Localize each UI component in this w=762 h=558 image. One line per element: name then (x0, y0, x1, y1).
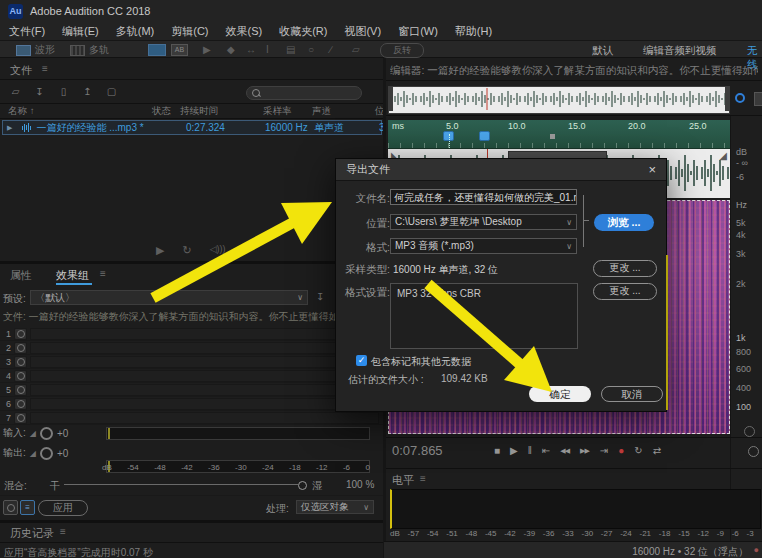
skip-selection-button[interactable]: ⇄ (653, 445, 660, 456)
power-icon[interactable] (14, 384, 27, 396)
preset-dropdown[interactable]: 〈默认〉 ∨ (30, 290, 308, 305)
rewind-button[interactable]: ◀◀ (560, 447, 569, 455)
play-button[interactable]: ▶ (510, 445, 517, 456)
playhead-handle[interactable] (479, 131, 490, 141)
input-gain-knob[interactable] (40, 427, 53, 440)
tab-properties[interactable]: 属性 (10, 268, 32, 283)
effects-panel-menu-icon[interactable]: ≡ (100, 268, 106, 279)
menu-effects[interactable]: 效果(S) (226, 24, 263, 39)
mix-slider-track[interactable] (64, 484, 298, 485)
reverse-button[interactable]: 反转 (380, 43, 424, 58)
power-icon[interactable] (14, 412, 27, 424)
power-icon[interactable] (14, 398, 27, 410)
ok-button[interactable]: 确定 (529, 386, 591, 402)
column-duration[interactable]: 持续时间 (180, 105, 218, 118)
history-panel-menu-icon[interactable]: ≡ (60, 526, 66, 537)
mix-slider-thumb[interactable] (298, 481, 307, 490)
zoom-transport-icon[interactable] (748, 446, 759, 457)
menu-view[interactable]: 视图(V) (344, 24, 381, 39)
spectral-zoom-icon[interactable] (744, 426, 755, 437)
include-metadata-checkbox[interactable]: ✓ (356, 355, 367, 366)
column-status[interactable]: 状态 (152, 105, 171, 118)
open-folder-icon[interactable]: ▱ (8, 85, 23, 98)
effect-slot[interactable]: 2 (0, 341, 383, 355)
menu-help[interactable]: 帮助(H) (455, 24, 492, 39)
preview-play-icon[interactable]: ▶ (156, 244, 164, 257)
fast-forward-button[interactable]: ▶▶ (580, 447, 589, 455)
lasso-selection-tool-icon[interactable]: ○ (308, 44, 314, 55)
skip-forward-button[interactable]: ⇥ (600, 445, 607, 456)
waveform-display-icon[interactable] (148, 44, 166, 56)
paintbrush-selection-tool-icon[interactable]: ∕ (330, 44, 332, 55)
change-sample-type-button[interactable]: 更改 ... (593, 260, 657, 277)
workspace-edit-audio-to-video[interactable]: 编辑音频到视频 (643, 44, 717, 58)
power-icon[interactable] (14, 356, 27, 368)
browse-button[interactable]: 浏览 ... (594, 214, 654, 231)
timeline-ruler[interactable]: ms 5.0 10.0 15.0 20.0 25.0 (388, 120, 730, 149)
power-icon[interactable] (14, 342, 27, 354)
spectral-display-icon[interactable]: AB (171, 44, 188, 56)
row-expander-icon[interactable]: ▶ (7, 124, 12, 132)
preview-loop-icon[interactable]: ↻ (182, 244, 191, 257)
time-selection-tool-icon[interactable]: I (266, 44, 269, 55)
effect-slot[interactable]: 5 (0, 383, 383, 397)
marquee-selection-tool-icon[interactable]: ▤ (286, 44, 295, 55)
effect-slot[interactable]: 7 (0, 411, 383, 425)
slip-tool-icon[interactable]: ↔ (246, 44, 256, 55)
process-dropdown[interactable]: 仅选区对象 ∨ (296, 500, 374, 514)
tab-effects-rack[interactable]: 效果组 (56, 268, 89, 283)
menu-window[interactable]: 窗口(W) (398, 24, 438, 39)
effect-slot[interactable]: 1 (0, 327, 383, 341)
skip-back-button[interactable]: ⇤ (542, 445, 549, 456)
levels-panel-menu-icon[interactable]: ≡ (420, 473, 426, 484)
apply-button[interactable]: 应用 (38, 500, 88, 516)
change-format-settings-button[interactable]: 更改 ... (593, 283, 657, 300)
loop-playback-button[interactable]: ↻ (634, 445, 641, 456)
search-input[interactable] (246, 86, 362, 100)
scroll-corner-right-icon[interactable]: ◢ (719, 151, 727, 161)
menu-clip[interactable]: 剪辑(C) (171, 24, 208, 39)
import-file-icon[interactable]: ↧ (32, 85, 47, 98)
rack-power-button[interactable] (3, 500, 18, 515)
menu-multitrack[interactable]: 多轨(M) (116, 24, 155, 39)
file-row[interactable]: ▶ 一篇好的经验能 ...mp3 * 0:27.324 16000 Hz 单声道… (2, 120, 382, 135)
new-file-icon[interactable]: ▯ (56, 85, 71, 98)
effect-slot[interactable]: 6 (0, 397, 383, 411)
zoom-overview-icon[interactable] (735, 93, 745, 103)
column-channels[interactable]: 声道 (312, 105, 331, 118)
format-dropdown[interactable]: MP3 音频 (*.mp3) ∨ (390, 238, 577, 254)
meters-toggle-button[interactable]: ≡ (20, 500, 35, 515)
close-icon[interactable]: × (648, 162, 656, 177)
menu-edit[interactable]: 编辑(E) (62, 24, 99, 39)
stop-button[interactable]: ■ (494, 445, 499, 456)
record-button[interactable]: ● (618, 445, 623, 456)
filename-input[interactable]: 何完成任务，还更懂得如何做的完美_01.mp3 (390, 189, 577, 205)
menu-file[interactable]: 文件(F) (9, 24, 45, 39)
location-dropdown[interactable]: C:\Users\ 梦里乾坤 \Desktop ∨ (390, 214, 577, 230)
workspace-default[interactable]: 默认 (592, 44, 613, 58)
razor-tool-icon[interactable]: ◆ (227, 44, 235, 55)
effect-slot[interactable]: 3 (0, 355, 383, 369)
column-sample-rate[interactable]: 采样率 (263, 105, 292, 118)
save-preset-icon[interactable]: ↧ (316, 291, 324, 302)
pause-button[interactable]: ‖ (528, 445, 531, 456)
files-panel-menu-icon[interactable]: ≡ (42, 63, 48, 74)
marker-icon[interactable] (550, 134, 555, 139)
power-icon[interactable] (14, 328, 27, 340)
waveform-view-button[interactable]: 波形 (16, 43, 55, 57)
history-entry[interactable]: 应用“音高换档器”完成用时0.07 秒 (4, 546, 380, 558)
trash-icon[interactable]: ▢ (104, 85, 119, 98)
panel-options-icon[interactable] (754, 92, 762, 106)
preview-speaker-icon[interactable]: ◁))) (210, 244, 226, 257)
multitrack-view-button[interactable]: 多轨 (70, 43, 109, 57)
export-file-icon[interactable]: ↥ (80, 85, 95, 98)
effect-slot[interactable]: 4 (0, 369, 383, 383)
spot-healing-brush-tool-icon[interactable]: ▱ (352, 44, 360, 55)
move-tool-icon[interactable]: ▶ (203, 44, 211, 55)
output-gain-knob[interactable] (40, 447, 53, 460)
column-name[interactable]: 名称 ↑ (8, 105, 34, 118)
cancel-button[interactable]: 取消 (601, 386, 663, 402)
waveform-overview[interactable] (388, 86, 730, 114)
menu-favorites[interactable]: 收藏夹(R) (279, 24, 327, 39)
dialog-title-bar[interactable]: 导出文件 × (336, 159, 666, 181)
